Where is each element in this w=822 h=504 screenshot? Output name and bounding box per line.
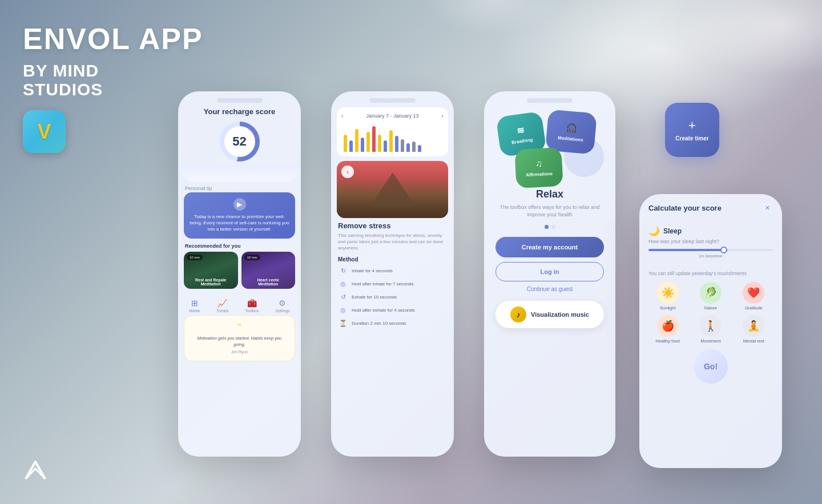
sleep-slider[interactable] [648, 249, 773, 251]
method-item-4: ◎ Hold after exhale for 4 seconds [338, 305, 447, 316]
music-text: Visualization music [531, 311, 589, 318]
rec-badge-1: 10 min [187, 255, 203, 260]
login-button[interactable]: Log in [495, 262, 604, 281]
settings-icon: ⚙ [279, 299, 286, 308]
exhale-icon: ↺ [338, 292, 348, 303]
create-timer-button[interactable]: + Create timer [665, 103, 719, 157]
quote-icon: " [191, 322, 288, 333]
rec-card-2[interactable]: 10 min Heart cente Meditation [241, 252, 296, 289]
nav-settings[interactable]: ⚙ Settings [275, 299, 289, 313]
method-text-1: Inhale for 4 seconds [352, 268, 393, 273]
quote-text: Motivation gets you started. Habits keep… [191, 335, 288, 348]
nourish-healthy-food[interactable]: 🍎 Healthy food [648, 315, 687, 344]
chart-next-arrow[interactable]: › [441, 112, 444, 120]
tip-card: ▶ Today is a new chance to prioritize yo… [184, 192, 295, 239]
phone-notch-2 [370, 98, 416, 103]
calc-title: Calculate your score [648, 204, 722, 212]
chart-prev-arrow[interactable]: ‹ [341, 112, 344, 120]
nourish-sunlight[interactable]: ☀️ Sunlight [648, 282, 687, 311]
dot-1 [545, 225, 549, 229]
recommended-label: Recommended for you [185, 243, 294, 249]
nourish-nature[interactable]: 🥬 Nature [691, 282, 730, 311]
affirmations-label: Affirmations [526, 171, 553, 178]
chart-bar [406, 143, 410, 152]
nav-trends[interactable]: 📈 Trends [216, 299, 229, 313]
chart-bar [378, 135, 381, 152]
visualization-music-button[interactable]: ♪ Visualization music [495, 301, 604, 328]
score-value: 52 [224, 126, 255, 157]
home-icon: ⊞ [191, 299, 198, 308]
method-item-1: ↻ Inhale for 4 seconds [338, 266, 447, 276]
chart-date: January 7 - January 13 [366, 113, 418, 119]
relax-icons-section: ≋ Breathing 🎧 Meditations ♫ Affirmations [484, 103, 615, 188]
nav-settings-label: Settings [275, 309, 289, 313]
relax-title: Relax [484, 188, 615, 200]
nourish-label: You can still update yesterday's nourish… [648, 271, 773, 277]
method-item-3: ↺ Exhale for 10 seconds [338, 292, 447, 303]
score-circle-wrap: 52 [178, 122, 301, 162]
chart-bar [349, 140, 353, 152]
chart-bar [361, 138, 364, 152]
method-item-5: ⏳ Duration 2 min 10 seconds [338, 318, 447, 329]
tip-icon: ▶ [233, 198, 246, 211]
gratitude-label: Gratitude [745, 305, 763, 311]
mountain-image: ‹ [337, 161, 448, 218]
chart-bar [355, 129, 358, 152]
phone-recharge-score: Your recharge score 52 Personal tip ▶ To… [178, 91, 301, 457]
close-button[interactable]: ✕ [761, 202, 773, 213]
chart-section: ‹ January 7 - January 13 › [337, 107, 448, 156]
method-text-2: Hold after inhale for 7 seconds [352, 281, 414, 287]
app-title: ENVOL APP [23, 23, 203, 55]
duration-icon: ⏳ [338, 318, 348, 329]
remove-stress-desc: This calming breathing technique for str… [338, 232, 447, 252]
wave-bg [178, 165, 301, 182]
nourish-movement[interactable]: 🚶 Movement [691, 315, 730, 344]
personal-tip-label: Personal tip [185, 186, 294, 191]
mental-rest-label: Mental rest [743, 338, 764, 344]
relax-desc: The toolbox offers ways for you to relax… [495, 204, 604, 218]
rec-card-title-2: Heart cente Meditation [244, 278, 293, 286]
back-arrow[interactable]: ‹ [341, 166, 354, 178]
nature-label: Nature [704, 305, 718, 311]
hold-exhale-icon: ◎ [338, 305, 348, 316]
toolbox-icon: 🧰 [247, 299, 257, 308]
affirmations-card[interactable]: ♫ Affirmations [514, 147, 563, 188]
method-title: Method [338, 256, 447, 263]
phone1-content: Your recharge score 52 Personal tip ▶ To… [178, 107, 301, 367]
inhale-icon: ↻ [338, 266, 348, 276]
nav-toolbox-label: Toolbox [245, 309, 259, 313]
method-text-3: Exhale for 10 seconds [352, 295, 397, 300]
breathing-icon: ≋ [516, 124, 525, 136]
sleep-slider-thumb [720, 247, 727, 253]
chart-bar [395, 136, 398, 152]
sleep-label: Sleep [663, 227, 682, 235]
title-section: ENVOL APP BY MIND STUDIOS V [23, 23, 203, 153]
music-note-icon: ♪ [510, 307, 526, 322]
create-account-button[interactable]: Create my account [495, 237, 604, 257]
nav-home[interactable]: ⊞ Home [189, 299, 200, 313]
continue-as-guest-link[interactable]: Continue as guest [484, 286, 615, 292]
chart-bar [372, 126, 376, 152]
tip-text: Today is a new chance to prioritize your… [190, 213, 289, 233]
chart-bar [344, 135, 347, 152]
recharge-title: Your recharge score [184, 107, 295, 116]
recommendation-cards: 10 min Rest and Repale Meditation 10 min… [184, 252, 295, 289]
chart-bar [366, 132, 370, 152]
quote-card: " Motivation gets you started. Habits ke… [184, 315, 295, 362]
sleep-section: 🌙 Sleep How was your sleep last night? o… [639, 220, 782, 265]
page-dots [484, 225, 615, 229]
sleep-icon: 🌙 [648, 225, 660, 236]
sunlight-circle: ☀️ [657, 282, 679, 304]
go-button[interactable]: Go! [694, 349, 728, 384]
nourish-mental-rest[interactable]: 🧘 Mental rest [735, 315, 773, 344]
chart-bar [401, 139, 404, 152]
phone-notch [217, 98, 263, 103]
quote-author: Jim Ryun [191, 350, 288, 354]
nourish-gratitude[interactable]: ❤️ Gratitude [735, 282, 773, 311]
nav-toolbox[interactable]: 🧰 Toolbox [245, 299, 259, 313]
rec-card-1[interactable]: 10 min Rest and Repale Meditation [184, 252, 238, 289]
phone-calculate-score: Calculate your score ✕ 🌙 Sleep How was y… [639, 194, 782, 468]
remove-stress-title: Remove stress [338, 221, 447, 230]
method-text-5: Duration 2 min 10 seconds [352, 321, 406, 326]
method-item-2: ◎ Hold after inhale for 7 seconds [338, 279, 447, 289]
